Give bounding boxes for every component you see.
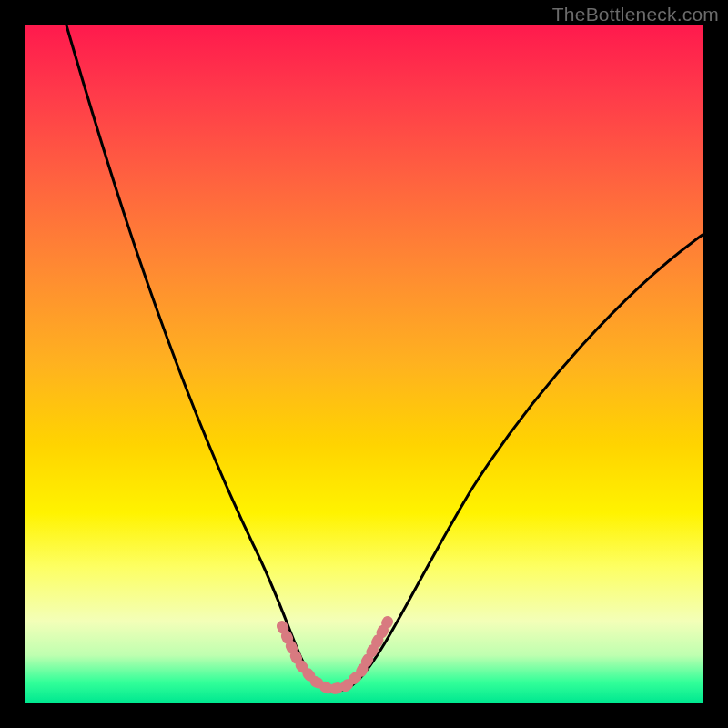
bottleneck-curve — [66, 25, 703, 691]
chart-svg — [25, 25, 703, 703]
watermark-text: TheBottleneck.com — [552, 4, 719, 25]
chart-plot-area — [25, 25, 703, 703]
optimum-band — [282, 622, 388, 690]
chart-frame: TheBottleneck.com — [0, 0, 728, 728]
